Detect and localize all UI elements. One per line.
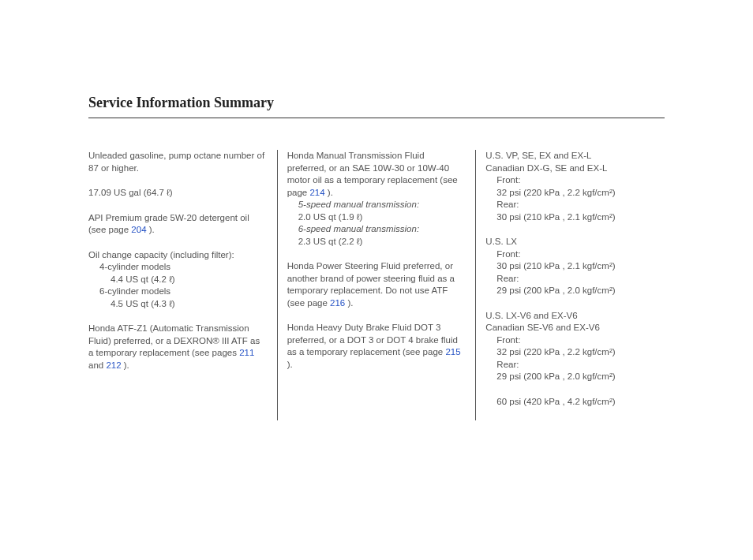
g2-front-label: Front: xyxy=(485,248,665,261)
cyl6-label: 6-cylinder models xyxy=(88,286,268,298)
g3-front-label: Front: xyxy=(485,334,665,347)
brake-spec: Honda Heavy Duty Brake Fluid DOT 3 prefe… xyxy=(287,322,466,371)
page-link-215[interactable]: 215 xyxy=(445,347,460,357)
g2-rear-label: Rear: xyxy=(485,273,665,286)
psf-spec: Honda Power Steering Fluid preferred, or… xyxy=(287,260,466,309)
oil-text-pre: API Premium grade 5W-20 detergent oil (s… xyxy=(88,213,249,235)
brake-text-post: ). xyxy=(287,360,293,369)
cyl4-value: 4.4 US qt (4.2 ℓ) xyxy=(88,274,268,286)
column-3: U.S. VP, SE, EX and EX-L Canadian DX-G, … xyxy=(475,150,665,420)
page-link-214[interactable]: 214 xyxy=(309,188,324,197)
g3-line2: Canadian SE-V6 and EX-V6 xyxy=(485,322,665,334)
g1-line1: U.S. VP, SE, EX and EX-L xyxy=(485,150,665,162)
mtf-text-post: ). xyxy=(325,188,333,197)
columns-container: Unleaded gasoline, pump octane number of… xyxy=(88,150,665,420)
page-link-204[interactable]: 204 xyxy=(131,225,146,234)
cyl6-value: 4.5 US qt (4.3 ℓ) xyxy=(88,298,268,311)
speed6-value: 2.3 US qt (2.2 ℓ) xyxy=(287,236,466,248)
page-link-216[interactable]: 216 xyxy=(330,298,345,308)
g1-front-value: 32 psi (220 kPa , 2.2 kgf/cm²) xyxy=(485,187,665,200)
atf-text-mid: and xyxy=(88,360,106,370)
engine-oil-spec: API Premium grade 5W-20 detergent oil (s… xyxy=(88,212,268,237)
oil-capacity-block: Oil change capacity (including filter): … xyxy=(88,249,268,311)
tire-group-1: U.S. VP, SE, EX and EX-L Canadian DX-G, … xyxy=(485,150,665,223)
g3-front-value: 32 psi (220 kPa , 2.2 kgf/cm²) xyxy=(485,346,665,359)
column-1: Unleaded gasoline, pump octane number of… xyxy=(88,150,277,420)
tire-group-2: U.S. LX Front: 30 psi (210 kPa , 2.1 kgf… xyxy=(485,236,665,297)
speed6-label: 6-speed manual transmission: xyxy=(287,223,466,236)
g3-rear-label: Rear: xyxy=(485,359,665,371)
atf-text-pre: Honda ATF-Z1 (Automatic Transmission Flu… xyxy=(88,323,260,357)
g3-line1: U.S. LX-V6 and EX-V6 xyxy=(485,310,665,323)
page-link-211[interactable]: 211 xyxy=(239,348,254,357)
oil-capacity-header: Oil change capacity (including filter): xyxy=(88,249,268,262)
g1-line2: Canadian DX-G, SE and EX-L xyxy=(485,162,665,175)
page-link-212[interactable]: 212 xyxy=(106,360,121,370)
spare-tire-value: 60 psi (420 kPa , 4.2 kgf/cm²) xyxy=(485,396,665,409)
g2-rear-value: 29 psi (200 kPa , 2.0 kgf/cm²) xyxy=(485,285,665,297)
psf-text-pre: Honda Power Steering Fluid preferred, or… xyxy=(287,261,455,308)
g2-line1: U.S. LX xyxy=(485,236,665,248)
speed5-label: 5-speed manual transmission: xyxy=(287,199,466,211)
cyl4-label: 4-cylinder models xyxy=(88,261,268,274)
page-title: Service Information Summary xyxy=(88,95,665,118)
g1-front-label: Front: xyxy=(485,174,665,187)
oil-text-post: ). xyxy=(147,225,155,234)
fuel-spec: Unleaded gasoline, pump octane number of… xyxy=(88,150,268,174)
g1-rear-value: 30 psi (210 kPa , 2.1 kgf/cm²) xyxy=(485,211,665,224)
atf-text-post: ). xyxy=(122,360,129,370)
tank-capacity: 17.09 US gal (64.7 ℓ) xyxy=(88,187,268,200)
g1-rear-label: Rear: xyxy=(485,199,665,211)
tire-group-3: U.S. LX-V6 and EX-V6 Canadian SE-V6 and … xyxy=(485,310,665,383)
g3-rear-value: 29 psi (200 kPa , 2.0 kgf/cm²) xyxy=(485,371,665,383)
atf-spec: Honda ATF-Z1 (Automatic Transmission Flu… xyxy=(88,323,268,371)
mtf-spec: Honda Manual Transmission Fluid preferre… xyxy=(287,150,466,248)
column-2: Honda Manual Transmission Fluid preferre… xyxy=(277,150,476,420)
brake-text-pre: Honda Heavy Duty Brake Fluid DOT 3 prefe… xyxy=(287,323,458,357)
g2-front-value: 30 psi (210 kPa , 2.1 kgf/cm²) xyxy=(485,260,665,273)
psf-text-post: ). xyxy=(345,298,353,308)
speed5-value: 2.0 US qt (1.9 ℓ) xyxy=(287,211,466,224)
